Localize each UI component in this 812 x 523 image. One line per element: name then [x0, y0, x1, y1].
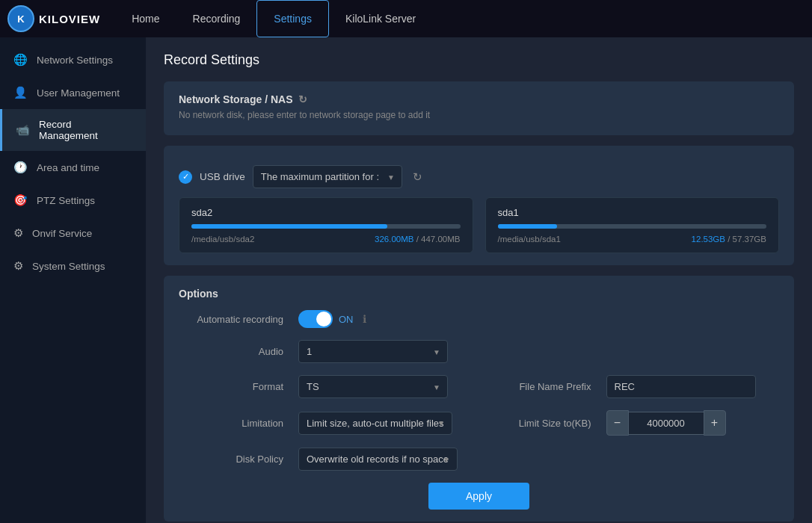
auto-recording-row: Automatic recording ON ℹ: [179, 310, 779, 328]
nav-recording[interactable]: Recording: [176, 0, 257, 37]
format-label: Format: [179, 381, 298, 392]
disk-policy-row: Disk Policy Overwrite old records if no …: [179, 448, 779, 471]
drive-sda1-total: 57.37GB: [733, 235, 766, 244]
nav-kilolink[interactable]: KiloLink Server: [329, 0, 432, 37]
content-area: Record Settings Network Storage / NAS ↻ …: [146, 37, 812, 523]
sidebar-label-record: Record Management: [39, 119, 132, 141]
sidebar-item-user[interactable]: 👤 User Management: [0, 76, 146, 109]
system-icon: ⚙: [13, 259, 23, 273]
auto-recording-toggle-container: ON ℹ: [298, 310, 366, 328]
nav-home[interactable]: Home: [115, 0, 176, 37]
limit-size-row: Limit Size to(KB) − +: [494, 410, 780, 436]
usb-dropdown[interactable]: The maximum partition for :: [253, 165, 402, 188]
limit-size-label: Limit Size to(KB): [494, 418, 606, 429]
sidebar: 🌐 Network Settings 👤 User Management 📹 R…: [0, 37, 146, 523]
sidebar-item-record[interactable]: 📹 Record Management: [0, 109, 146, 151]
drive-sda1-used: 12.53GB: [692, 235, 725, 244]
toggle-knob: [316, 312, 331, 327]
audio-select[interactable]: 1 2: [298, 340, 448, 363]
sidebar-label-network: Network Settings: [37, 55, 113, 66]
format-prefix-row: Format TS MP4 File Name Prefix: [179, 375, 779, 410]
sidebar-label-system: System Settings: [32, 261, 105, 272]
user-icon: 👤: [13, 86, 28, 99]
limitation-label: Limitation: [179, 418, 298, 429]
nas-title: Network Storage / NAS ↻: [179, 93, 779, 105]
format-row: Format TS MP4: [179, 375, 464, 398]
audio-row: Audio 1 2: [179, 340, 779, 363]
drive-sda1-progress-fill: [498, 224, 557, 229]
usb-dropdown-wrapper: The maximum partition for :: [253, 165, 402, 188]
auto-recording-toggle[interactable]: [298, 310, 333, 328]
format-select[interactable]: TS MP4: [298, 375, 448, 398]
stepper-decrement-button[interactable]: −: [606, 410, 629, 436]
info-icon[interactable]: ℹ: [363, 313, 366, 325]
prefix-input[interactable]: [606, 375, 756, 398]
sidebar-item-network[interactable]: 🌐 Network Settings: [0, 43, 146, 76]
drive-sda2-usage: 326.00MB / 447.00MB: [375, 235, 460, 244]
drive-sda1-progress-bg: [498, 224, 767, 229]
sidebar-label-ptz: PTZ Settings: [37, 195, 95, 206]
audio-label: Audio: [179, 346, 298, 357]
drive-sda2-name: sda2: [191, 207, 461, 218]
drive-card-sda1: sda1 /media/usb/sda1 12.53GB / 57.37GB: [485, 197, 780, 253]
drives-row: sda2 /media/usb/sda2 326.00MB / 447.00MB: [179, 197, 779, 253]
options-section: Options Automatic recording ON ℹ Audio 1: [164, 276, 794, 522]
usb-check-icon: ✓: [179, 170, 192, 184]
ptz-icon: 🎯: [13, 194, 28, 207]
sidebar-label-user: User Management: [37, 87, 120, 99]
disk-policy-select-wrapper: Overwrite old records if no space Stop r…: [298, 448, 458, 471]
nav-items: Home Recording Settings KiloLink Server: [115, 0, 432, 37]
onvif-icon: ⚙: [13, 226, 23, 240]
drive-sda2-progress-bg: [191, 224, 461, 229]
drive-sda2-progress-fill: [191, 224, 387, 229]
topnav: K KILOVIEW Home Recording Settings KiloL…: [0, 0, 812, 37]
drive-sda2-path: /media/usb/sda2: [191, 235, 254, 244]
toggle-on-label: ON: [339, 314, 354, 325]
audio-select-wrapper: 1 2: [298, 340, 448, 363]
stepper-increment-button[interactable]: +: [704, 410, 726, 436]
limit-size-stepper: − +: [606, 410, 726, 436]
area-icon: 🕐: [13, 161, 28, 174]
logo-text: KILOVIEW: [39, 13, 100, 25]
network-icon: 🌐: [13, 53, 28, 66]
nas-refresh-icon[interactable]: ↻: [298, 93, 307, 105]
drive-sda1-path: /media/usb/sda1: [498, 235, 561, 244]
drive-sda1-info: /media/usb/sda1 12.53GB / 57.37GB: [498, 235, 767, 244]
usb-label: USB drive: [200, 171, 245, 182]
logo: K KILOVIEW: [7, 5, 100, 32]
disk-policy-label: Disk Policy: [179, 454, 298, 465]
logo-icon: K: [7, 5, 34, 32]
drive-sda2-info: /media/usb/sda2 326.00MB / 447.00MB: [191, 235, 461, 244]
limit-size-input[interactable]: [629, 412, 704, 435]
drive-sda2-total: 447.00MB: [421, 235, 460, 244]
sidebar-item-ptz[interactable]: 🎯 PTZ Settings: [0, 184, 146, 217]
usb-section: ✓ USB drive The maximum partition for : …: [164, 146, 794, 265]
record-icon: 📹: [16, 123, 30, 137]
drive-sda1-usage: 12.53GB / 57.37GB: [692, 235, 766, 244]
nav-settings[interactable]: Settings: [256, 0, 329, 37]
disk-policy-select[interactable]: Overwrite old records if no space Stop r…: [298, 448, 458, 471]
limitation-select-wrapper: Limit size, auto-cut multiple files No l…: [298, 412, 452, 435]
drive-sda2-used: 326.00MB: [375, 235, 413, 244]
nas-section: Network Storage / NAS ↻ No network disk,…: [164, 81, 794, 135]
sidebar-label-area: Area and time: [37, 162, 99, 173]
sidebar-item-onvif[interactable]: ⚙ Onvif Service: [0, 217, 146, 250]
options-title: Options: [179, 288, 779, 300]
prefix-label: File Name Prefix: [494, 381, 606, 392]
auto-recording-label: Automatic recording: [179, 314, 298, 325]
sidebar-item-system[interactable]: ⚙ System Settings: [0, 250, 146, 282]
prefix-row: File Name Prefix: [494, 375, 780, 398]
sidebar-label-onvif: Onvif Service: [32, 228, 92, 239]
drive-card-sda2: sda2 /media/usb/sda2 326.00MB / 447.00MB: [179, 197, 473, 253]
page-title: Record Settings: [164, 52, 794, 68]
sidebar-item-area[interactable]: 🕐 Area and time: [0, 151, 146, 184]
apply-button[interactable]: Apply: [428, 483, 529, 510]
format-select-wrapper: TS MP4: [298, 375, 448, 398]
limitation-size-row: Limitation Limit size, auto-cut multiple…: [179, 410, 779, 448]
nas-subtitle: No network disk, please enter to network…: [179, 110, 779, 120]
usb-refresh-icon[interactable]: ↻: [413, 170, 422, 184]
limitation-select[interactable]: Limit size, auto-cut multiple files No l…: [298, 412, 452, 435]
limitation-row: Limitation Limit size, auto-cut multiple…: [179, 410, 464, 436]
drive-sda1-name: sda1: [498, 207, 767, 218]
main-layout: 🌐 Network Settings 👤 User Management 📹 R…: [0, 37, 812, 523]
